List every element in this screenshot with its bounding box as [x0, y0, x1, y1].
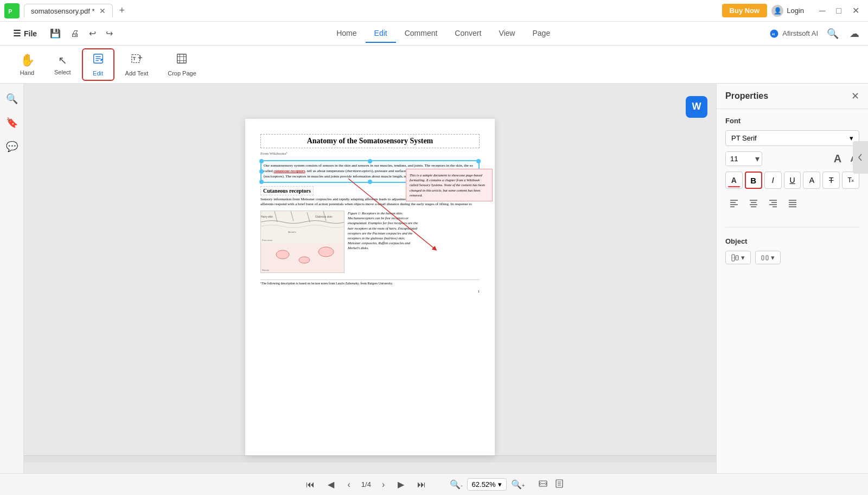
- font-size-select-arrow[interactable]: ▾: [753, 154, 762, 164]
- fit-page-button[interactable]: [552, 477, 566, 493]
- align-center-button[interactable]: [745, 194, 762, 212]
- print-button[interactable]: 🖨: [66, 27, 84, 41]
- buy-now-button[interactable]: Buy Now: [722, 4, 768, 17]
- sidebar-comment-icon[interactable]: 💬: [2, 137, 22, 156]
- properties-close-button[interactable]: ✕: [851, 90, 859, 102]
- svg-rect-12: [177, 54, 187, 63]
- close-window-button[interactable]: ✕: [848, 4, 864, 17]
- file-menu[interactable]: ☰ File: [7, 25, 43, 42]
- handle-lm[interactable]: [259, 169, 264, 174]
- word-icon: W: [686, 96, 707, 118]
- tab-convert[interactable]: Convert: [446, 24, 490, 43]
- properties-title: Properties: [725, 91, 768, 101]
- cloud-button[interactable]: ☁: [847, 26, 861, 42]
- zoom-out-button[interactable]: 🔍-: [448, 477, 464, 492]
- tab-page[interactable]: Page: [524, 24, 559, 43]
- horizontal-scrollbar[interactable]: [24, 455, 716, 462]
- fit-width-button[interactable]: [536, 477, 550, 493]
- tab-comment[interactable]: Comment: [396, 24, 446, 43]
- new-tab-button[interactable]: +: [115, 3, 130, 18]
- align-right-button[interactable]: [764, 194, 782, 212]
- select-tool-button[interactable]: ↖ Select: [46, 50, 80, 79]
- hand-tool-button[interactable]: ✋ Hand: [11, 50, 43, 79]
- font-name-dropdown[interactable]: PT Serif ▾: [725, 130, 859, 146]
- page-indicator: 1/4: [361, 480, 371, 488]
- text-strikethrough-button[interactable]: T: [822, 172, 840, 189]
- sidebar-bookmark-icon[interactable]: 🔖: [2, 113, 22, 132]
- bold-button[interactable]: B: [745, 172, 762, 189]
- login-button[interactable]: 👤 Login: [771, 5, 804, 17]
- menu-bar: ☰ File 💾 🖨 ↩ ↪ Home Edit Comment Convert…: [0, 22, 868, 46]
- sidebar-search-icon[interactable]: 🔍: [2, 89, 22, 109]
- go-to-last-page-button[interactable]: ⏭: [413, 478, 430, 492]
- tab-home[interactable]: Home: [328, 24, 365, 43]
- save-button[interactable]: 💾: [46, 26, 65, 41]
- cutaneous-title: Cutaneous receptors: [260, 186, 314, 195]
- zoom-area: 🔍- 62.52% ▾ 🔍+: [448, 477, 527, 492]
- properties-header: Properties ✕: [717, 84, 868, 109]
- tab-close-button[interactable]: ✕: [99, 7, 106, 15]
- main-area: 🔍 🔖 💬 W Anatomy of the Somatosensory Sys…: [0, 84, 868, 473]
- minimize-button[interactable]: ─: [815, 4, 829, 17]
- font-name-row: PT Serif ▾: [725, 130, 859, 146]
- tab-view[interactable]: View: [490, 24, 524, 43]
- maximize-button[interactable]: □: [832, 4, 846, 17]
- add-text-tool-button[interactable]: T Add Text: [117, 49, 157, 80]
- align-justify-button[interactable]: [784, 194, 801, 212]
- go-to-next-page-button[interactable]: ▶: [393, 477, 409, 492]
- zoom-in-button[interactable]: 🔍+: [509, 477, 527, 492]
- font-section: Font PT Serif ▾ ▾ A A: [717, 109, 868, 225]
- tab-edit[interactable]: Edit: [366, 24, 396, 43]
- prev-page-button[interactable]: ‹: [343, 478, 354, 492]
- pdf-from: From Wikibooks¹: [260, 151, 480, 156]
- select-icon: ↖: [58, 54, 67, 67]
- undo-button[interactable]: ↩: [85, 26, 100, 41]
- figure-caption: Figure 1: Receptors in the human skin: M…: [348, 211, 418, 273]
- crop-icon: [176, 53, 188, 68]
- right-collapse-icon[interactable]: [853, 141, 868, 174]
- svg-rect-51: [762, 256, 764, 260]
- italic-button[interactable]: I: [764, 172, 782, 189]
- active-tab[interactable]: somatosensory.pdf * ✕: [24, 4, 113, 17]
- handle-bl[interactable]: [259, 180, 264, 184]
- ai-icon: AI: [769, 29, 779, 39]
- zoom-value-display[interactable]: 62.52% ▾: [467, 478, 507, 491]
- title-bar: P somatosensory.pdf * ✕ + Buy Now 👤 Logi…: [0, 0, 868, 22]
- zoom-dropdown-icon: ▾: [498, 480, 502, 488]
- svg-text:Hairy skin: Hairy skin: [261, 215, 273, 218]
- redo-button[interactable]: ↪: [101, 26, 117, 41]
- next-page-button[interactable]: ›: [378, 478, 389, 492]
- go-to-prev-page-button[interactable]: ◀: [323, 477, 339, 492]
- text-subscript-button[interactable]: Tx: [842, 172, 859, 189]
- text-style-a-button[interactable]: A: [803, 172, 820, 189]
- svg-point-25: [299, 257, 310, 263]
- font-size-input[interactable]: [726, 152, 753, 166]
- crop-page-tool-button[interactable]: Crop Page: [159, 49, 205, 80]
- object-distribute-button[interactable]: ▾: [755, 251, 781, 264]
- object-distribute-arrow: ▾: [771, 253, 775, 262]
- handle-bm[interactable]: [368, 180, 372, 184]
- panel-divider: [725, 227, 859, 227]
- bottom-bar: ⏮ ◀ ‹ 1/4 › ▶ ⏭ 🔍- 62.52% ▾ 🔍+: [0, 473, 868, 495]
- text-color-button[interactable]: A: [725, 172, 743, 189]
- fit-buttons: [536, 477, 566, 493]
- search-button[interactable]: 🔍: [825, 26, 841, 42]
- left-sidebar: 🔍 🔖 💬: [0, 84, 24, 473]
- object-section-title: Object: [725, 237, 859, 245]
- align-left-button[interactable]: [725, 194, 743, 212]
- object-align-button[interactable]: ▾: [725, 251, 751, 264]
- font-section-title: Font: [725, 117, 859, 125]
- handle-tr[interactable]: [476, 159, 481, 163]
- format-row: A B I U A T Tx: [725, 172, 859, 189]
- underline-button[interactable]: U: [784, 172, 801, 189]
- toolbar: ✋ Hand ↖ Select Edit T Add Text: [0, 46, 868, 84]
- ai-label[interactable]: AI Afirstsoft AI: [769, 29, 818, 39]
- edit-tool-button[interactable]: Edit: [82, 48, 114, 81]
- hand-icon: ✋: [20, 53, 35, 67]
- chevron-down-icon: ▾: [850, 134, 853, 142]
- pdf-footnote: ¹The following description is based on l…: [260, 280, 480, 285]
- font-size-increase-button[interactable]: A: [831, 151, 845, 166]
- handle-tm[interactable]: [368, 159, 372, 163]
- go-to-first-page-button[interactable]: ⏮: [302, 478, 319, 492]
- handle-tl[interactable]: [259, 159, 264, 163]
